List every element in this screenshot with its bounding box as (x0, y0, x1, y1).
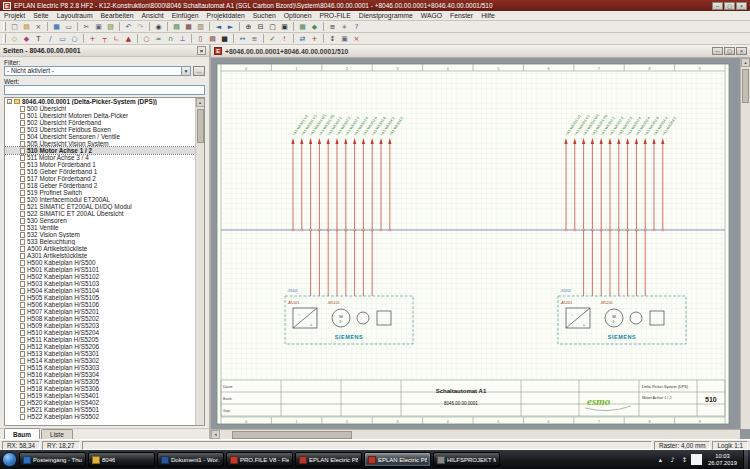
menu-item[interactable]: Suchen (249, 11, 280, 20)
menu-item[interactable]: Fenster (446, 11, 477, 20)
tree-item[interactable]: H500 Kabelplan H/S500 (5, 259, 195, 266)
volume-icon[interactable]: ♪ (667, 454, 678, 465)
potential-icon[interactable]: ⊥ (177, 33, 188, 44)
taskbar-button-thunderbird[interactable]: Posteingang - Thu... (19, 452, 86, 467)
tree-root-item[interactable]: - 8046.40.00.0001 (Delta-Picker-System (… (5, 98, 195, 105)
taskbar-button-explorer[interactable]: 8046 (88, 452, 155, 467)
tree-item[interactable]: H509 Kabelplan H/S5203 (5, 322, 195, 329)
paste-icon[interactable]: ▨ (105, 21, 116, 32)
dimension-icon[interactable]: ↔ (237, 33, 248, 44)
tree-item[interactable]: 530 Sensoren (5, 217, 195, 224)
menu-item[interactable]: WAGO (417, 11, 446, 20)
move-icon[interactable]: ↕ (327, 33, 338, 44)
tree-item[interactable]: H505 Kabelplan H/S5105 (5, 294, 195, 301)
save-icon[interactable]: ▦ (51, 21, 62, 32)
tree-item[interactable]: H507 Kabelplan H/S5201 (5, 308, 195, 315)
cut-icon[interactable]: ✂ (81, 21, 92, 32)
hidden-icons-icon[interactable]: ▴ (655, 454, 666, 465)
tree-item[interactable]: H522 Kabelplan H/S5502 (5, 413, 195, 420)
device-navigator-icon[interactable]: ▦ (183, 21, 194, 32)
taskbar-button-eplan-1[interactable]: EPLAN Electric P8... (295, 452, 362, 467)
black-box-icon[interactable]: ■ (219, 33, 230, 44)
menu-item[interactable]: Optionen (280, 11, 316, 20)
tree-item[interactable]: H502 Kabelplan H/S5102 (5, 273, 195, 280)
copy-icon[interactable]: ▣ (93, 21, 104, 32)
tree-item[interactable]: 505 Übersicht Vision System (5, 140, 195, 147)
tree-item[interactable]: H515 Kabelplan H/S5303 (5, 364, 195, 371)
tree-item[interactable]: H503 Kabelplan H/S5103 (5, 280, 195, 287)
maximize-button[interactable]: ▢ (724, 2, 735, 10)
taskbar-button-profile[interactable]: PRO.FILE V8 - Flex... (226, 452, 293, 467)
menu-item[interactable]: Hilfe (477, 11, 499, 20)
tree-item[interactable]: H506 Kabelplan H/S5106 (5, 301, 195, 308)
help-icon[interactable]: ? (351, 21, 362, 32)
wert-input[interactable] (4, 85, 205, 95)
tree-item[interactable]: H520 Kabelplan H/S5402 (5, 399, 195, 406)
tree-item[interactable]: H508 Kabelplan H/S5202 (5, 315, 195, 322)
tree-item[interactable]: H511 Kabelplan H/S5205 (5, 336, 195, 343)
doc-minimize-button[interactable]: ─ (712, 47, 723, 55)
show-desktop-button[interactable] (743, 450, 748, 469)
tree-item[interactable]: H519 Kabelplan H/S5401 (5, 392, 195, 399)
insert-coordinate-icon[interactable]: + (309, 33, 320, 44)
tree-item[interactable]: H514 Kabelplan H/S5302 (5, 357, 195, 364)
tree-item[interactable]: A500 Artikelstückliste (5, 245, 195, 252)
scroll-thumb[interactable] (232, 431, 352, 439)
tree-item[interactable]: H504 Kabelplan H/S5104 (5, 287, 195, 294)
network-icon[interactable]: ↕ (679, 454, 690, 465)
menu-item[interactable]: Layoutraum (53, 11, 97, 20)
filter-select[interactable]: - Nicht aktiviert - ▼ (4, 66, 191, 76)
scroll-up-icon[interactable]: ▲ (196, 98, 205, 107)
menu-item[interactable]: Seite (29, 11, 53, 20)
tree-item[interactable]: 502 Übersicht Förderband (5, 119, 195, 126)
tree-scrollbar[interactable]: ▲ (195, 98, 204, 425)
tree-item[interactable]: 503 Übersicht Feldbus Boxen (5, 126, 195, 133)
menu-item[interactable]: PRO-FILE (315, 11, 354, 20)
tree-item[interactable]: H501 Kabelplan H/S5101 (5, 266, 195, 273)
tree-item[interactable]: 513 Motor Förderband 1 (5, 161, 195, 168)
tree-item[interactable]: H513 Kabelplan H/S5301 (5, 350, 195, 357)
tree-item[interactable]: 522 SIMATIC ET 200AL Übersicht (5, 210, 195, 217)
tree-item[interactable]: H512 Kabelplan H/S5206 (5, 343, 195, 350)
snap-icon[interactable]: ◆ (309, 21, 320, 32)
tree-item[interactable]: H510 Kabelplan H/S5204 (5, 329, 195, 336)
filter-more-button[interactable]: ... (193, 66, 205, 76)
tree-item[interactable]: 532 Vision System (5, 231, 195, 238)
search-icon[interactable]: ◉ (153, 21, 164, 32)
update-connections-icon[interactable]: ⇄ (297, 33, 308, 44)
toolbar-grip[interactable] (3, 34, 6, 43)
menu-item[interactable]: Projekt (0, 11, 29, 20)
document-tab-title[interactable]: +8046.00.00.0001+8046.40.00.0001/510 (225, 48, 709, 55)
doc-close-button[interactable]: × (736, 47, 747, 55)
connection-symbol-icon[interactable]: + (87, 33, 98, 44)
new-page-icon[interactable]: □ (9, 21, 20, 32)
tree-item[interactable]: 520 Interfacemodul ET200AL (5, 196, 195, 203)
tree-item[interactable]: 504 Übersicht Sensoren / Ventile (5, 133, 195, 140)
parts-navigator-icon[interactable]: ▥ (195, 21, 206, 32)
zoom-window-icon[interactable]: ▢ (267, 21, 278, 32)
tree-item[interactable]: 533 Beleuchtung (5, 238, 195, 245)
schematic-canvas[interactable]: 00112233445566778899 =A1-W5101:U1=A1-W51… (211, 58, 750, 439)
grid-icon[interactable]: ▦ (297, 21, 308, 32)
device-box-icon[interactable]: ▯ (195, 33, 206, 44)
start-button[interactable] (2, 452, 17, 467)
tree-item[interactable]: 500 Übersicht (5, 105, 195, 112)
tree-item[interactable]: H518 Kabelplan H/S5306 (5, 385, 195, 392)
scroll-thumb[interactable] (742, 69, 749, 103)
close-button[interactable]: × (736, 2, 747, 10)
chevron-down-icon[interactable]: ▼ (181, 67, 190, 75)
collapse-icon[interactable]: - (7, 99, 12, 104)
symbol-icon[interactable]: ◇ (9, 33, 20, 44)
panel-tab[interactable]: Liste (41, 429, 73, 439)
panel-close-icon[interactable]: × (197, 46, 206, 55)
graphic-rect-icon[interactable]: ▭ (57, 33, 68, 44)
tree-item[interactable]: H517 Kabelplan H/S5305 (5, 378, 195, 385)
settings-icon[interactable]: ∗ (339, 21, 350, 32)
properties-icon[interactable]: ≡ (327, 21, 338, 32)
t-node-icon[interactable]: ┬ (99, 33, 110, 44)
zoom-in-icon[interactable]: ⊕ (243, 21, 254, 32)
tree-item[interactable]: 510 Motor Achse 1 / 2 (5, 147, 195, 154)
scroll-left-icon[interactable]: ◄ (211, 430, 220, 439)
check-project-icon[interactable]: ✓ (267, 33, 278, 44)
tray-app-icon[interactable] (691, 454, 702, 465)
